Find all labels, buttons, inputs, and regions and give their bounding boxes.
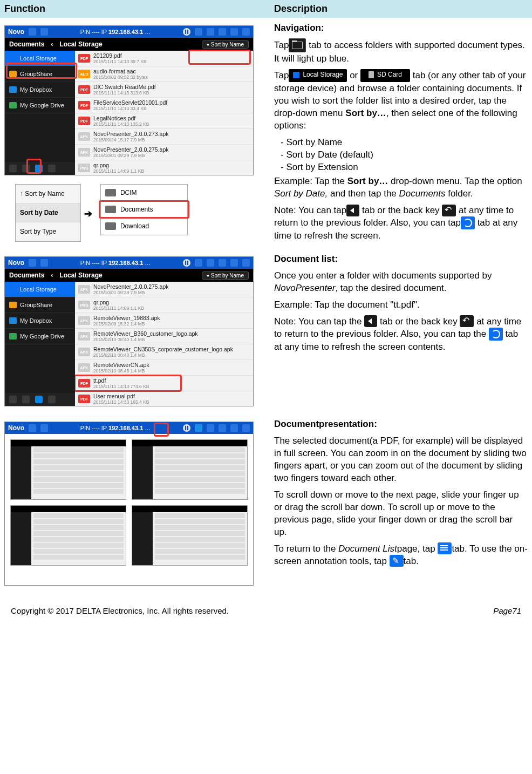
file-meta: 2015/11/11 14:13 135.2 KB xyxy=(93,121,149,127)
sort-dropdown[interactable]: ▾ Sort by Name xyxy=(202,271,249,280)
file-row[interactable]: APKRemoteViewer_B360_customer_logo.apk20… xyxy=(75,329,253,344)
file-type-icon: APK xyxy=(78,148,90,157)
folder-documents[interactable]: Documents xyxy=(101,201,187,218)
file-row[interactable]: APKNovoPresenter_2.0.0.275.apk2015/10/01… xyxy=(75,145,253,160)
desc-navigation: Navigation: Tap tab to access folders wi… xyxy=(270,18,532,249)
back-button[interactable]: ‹ xyxy=(44,271,59,279)
bottom-tab-icon[interactable] xyxy=(48,165,56,172)
folder-icon xyxy=(105,189,116,196)
file-row[interactable]: PDFUser menual.pdf2015/11/11 14:33 165.4… xyxy=(75,391,253,406)
settings-icon[interactable] xyxy=(242,28,250,36)
folder-download[interactable]: Download xyxy=(101,218,187,235)
sort-menu-popup: ↑ Sort by Name Sort by Date Sort by Type xyxy=(15,184,81,242)
pause-icon[interactable] xyxy=(183,424,190,432)
mini-screen xyxy=(10,505,126,566)
pause-icon[interactable] xyxy=(183,259,190,267)
file-type-icon: PDF xyxy=(78,379,90,388)
documents-label: Documents xyxy=(9,40,44,48)
refresh-icon xyxy=(461,216,475,229)
file-name: 201209.pdf xyxy=(93,52,147,59)
sidebar-item-google-drive[interactable]: My Google Drive xyxy=(5,98,75,113)
file-name: RemoteViewer_19883.apk xyxy=(93,315,160,321)
sidebar-item-dropbox[interactable]: My Dropbox xyxy=(5,313,75,329)
folder-dcim[interactable]: DCIM xyxy=(101,185,187,201)
folder-list-popup: DCIM Documents Download xyxy=(100,184,188,235)
file-row[interactable]: PDF201209.pdf2015/11/11 14:13 39.7 KB xyxy=(75,51,253,66)
sidebar-item-groupshare[interactable]: GroupShare xyxy=(5,297,75,313)
sort-by-date[interactable]: Sort by Date xyxy=(16,203,80,222)
desc-document-presentation: Documentpresentation: The selected docum… xyxy=(270,414,532,593)
folder-tab-icon xyxy=(289,38,306,52)
sort-dropdown[interactable]: ▾ Sort by Name xyxy=(202,40,249,49)
toolbar-icon[interactable] xyxy=(195,28,202,36)
back-chevron-icon xyxy=(364,315,377,327)
doclist-return-icon[interactable] xyxy=(195,424,202,432)
file-name: User menual.pdf xyxy=(93,393,149,399)
file-type-icon: APK xyxy=(78,132,90,141)
file-name: RemoteViewer_B360_customer_logo.apk xyxy=(93,330,198,337)
back-chevron-icon xyxy=(346,205,359,216)
function-description-table: Function Description Novo PIN ---- IP 19… xyxy=(0,0,532,593)
file-meta: 2015/09/24 15:17 7.9 MB xyxy=(93,137,169,142)
sidebar-item-groupshare[interactable]: GroupShare xyxy=(5,66,75,82)
file-row[interactable]: APKRemoteViewer_CN350S_corporate_custome… xyxy=(75,344,253,360)
file-type-icon: PDF xyxy=(78,101,90,110)
file-meta: 2015/11/11 14:09 1.1 KB xyxy=(93,168,144,174)
location-label: Local Storage xyxy=(59,40,102,48)
file-list: APKNovoPresenter_2.0.0.275.apk2015/10/01… xyxy=(75,282,253,406)
file-meta: 2015/02/09 15:32 1.4 MB xyxy=(93,321,160,327)
screenshot-document-presentation: Novo PIN ---- IP 192.168.43.1 … xyxy=(4,422,254,586)
file-type-icon: APK xyxy=(78,363,90,372)
sort-by-type[interactable]: Sort by Type xyxy=(16,222,80,241)
sidebar-item-google-drive[interactable]: My Google Drive xyxy=(5,329,75,344)
file-name: qr.png xyxy=(93,162,144,168)
bottom-tab-icon[interactable] xyxy=(22,165,30,172)
sort-options-list: Sort by Name Sort by Date (default) Sort… xyxy=(281,137,528,174)
documents-tab-icon[interactable] xyxy=(35,396,43,403)
file-row[interactable]: PDFDIC Swatch ReadMe.pdf2015/11/11 14:13… xyxy=(75,82,253,98)
toolbar-icon[interactable] xyxy=(219,28,226,36)
folder-icon xyxy=(105,222,116,230)
copyright-text: Copyright © 2017 DELTA Electronics, Inc.… xyxy=(11,606,493,615)
file-row[interactable]: AUDaudio-format.aac2015/10/02 09:52 32 b… xyxy=(75,66,253,82)
file-row[interactable]: PNGqr.png2015/11/11 14:09 1.1 KB xyxy=(75,160,253,175)
back-key-icon xyxy=(442,205,456,216)
pause-icon[interactable] xyxy=(183,28,190,36)
mini-screen xyxy=(132,505,248,566)
file-row[interactable]: PDFFileServiceServlet201001.pdf2015/11/1… xyxy=(75,98,253,113)
file-meta: 2015/11/11 14:13 774.6 KB xyxy=(93,384,149,389)
file-type-icon: PDF xyxy=(78,54,90,63)
sidebar-item-local-storage[interactable]: Local Storage xyxy=(5,282,75,297)
file-meta: 2015/10/01 09:29 7.9 MB xyxy=(93,290,169,295)
documents-tab-icon[interactable] xyxy=(35,165,43,172)
sidebar-item-local-storage[interactable]: Local Storage xyxy=(5,51,75,66)
file-row[interactable]: APKNovoPresenter_2.0.0.273.apk2015/09/24… xyxy=(75,129,253,145)
file-name: RemoteViewerCN.apk xyxy=(93,362,149,368)
file-name: DIC Swatch ReadMe.pdf xyxy=(93,84,156,90)
file-type-icon: PDF xyxy=(78,85,90,94)
file-name: qr.png xyxy=(93,299,144,305)
toolbar-icon[interactable] xyxy=(207,28,214,36)
toolbar-icon[interactable] xyxy=(230,28,238,36)
file-meta: 2015/02/10 08:45 1.4 MB xyxy=(93,368,149,374)
file-name: NovoPresenter_2.0.0.273.apk xyxy=(93,131,169,137)
file-row[interactable]: APKRemoteViewerCN.apk2015/02/10 08:45 1.… xyxy=(75,360,253,376)
col-function: Function xyxy=(0,0,270,18)
sort-by-name[interactable]: ↑ Sort by Name xyxy=(16,185,80,203)
file-row[interactable]: PDFLegalNotices.pdf2015/11/11 14:13 135.… xyxy=(75,113,253,129)
file-meta: 2015/11/11 14:09 1.1 KB xyxy=(93,305,144,311)
file-type-icon: PNG xyxy=(78,164,90,172)
file-list: PDF201209.pdf2015/11/11 14:13 39.7 KBAUD… xyxy=(75,51,253,175)
file-name: tt.pdf xyxy=(93,377,149,384)
screenshot-navigation: Novo PIN ---- IP 192.168.43.1 … Document… xyxy=(4,25,254,175)
file-name: NovoPresenter_2.0.0.275.apk xyxy=(93,146,169,153)
screenshot-doclist-cell: Novo PIN ---- IP 192.168.43.1 … Document… xyxy=(0,249,270,414)
file-row[interactable]: PNGqr.png2015/11/11 14:09 1.1 KB xyxy=(75,297,253,313)
file-row[interactable]: PDFtt.pdf2015/11/11 14:13 774.6 KB xyxy=(75,376,253,391)
back-button[interactable]: ‹ xyxy=(44,40,59,48)
file-row[interactable]: APKRemoteViewer_19883.apk2015/02/09 15:3… xyxy=(75,313,253,329)
bottom-tab-icon[interactable] xyxy=(9,165,17,172)
arrow-icon: ➔ xyxy=(83,181,93,220)
file-row[interactable]: APKNovoPresenter_2.0.0.275.apk2015/10/01… xyxy=(75,282,253,297)
sidebar-item-dropbox[interactable]: My Dropbox xyxy=(5,82,75,98)
